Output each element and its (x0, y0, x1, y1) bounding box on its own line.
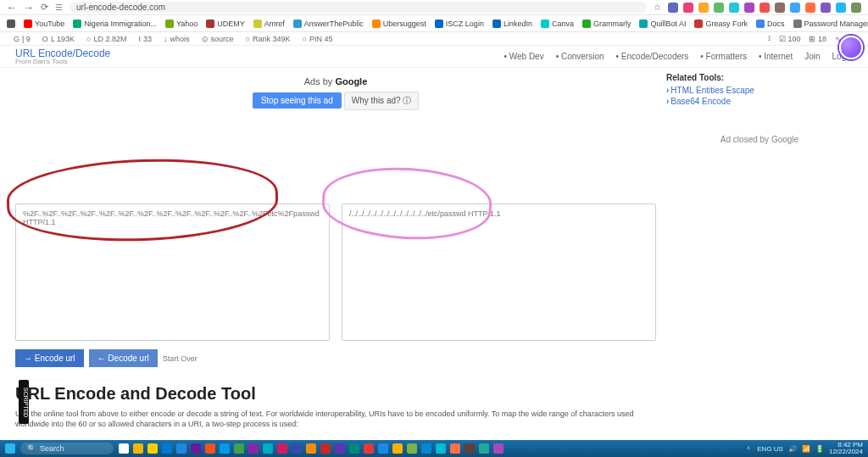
stat-item[interactable]: ⟟ (768, 34, 771, 43)
forward-button[interactable]: → (24, 2, 34, 14)
bookmark-item[interactable]: Amref (253, 20, 285, 28)
sidebar: Related Tools: › HTML Entities Escape› B… (666, 73, 853, 429)
nav-link[interactable]: • Encode/Decoders (616, 52, 689, 61)
stat-item[interactable]: ○PIN 45 (303, 35, 333, 43)
related-tool-link[interactable]: › HTML Entities Escape (666, 86, 853, 95)
taskbar-app-icon[interactable] (248, 443, 259, 454)
nav-link[interactable]: Join (804, 52, 820, 61)
taskbar-app-icon[interactable] (176, 443, 186, 454)
nav-link[interactable]: • Internet (759, 52, 793, 61)
stat-item[interactable]: ⊞ 18 (809, 34, 826, 43)
taskbar-app-icon[interactable] (292, 443, 302, 454)
extension-icon[interactable] (683, 3, 693, 13)
bookmark-star-icon[interactable]: ☆ (654, 3, 661, 12)
taskbar-app-icon[interactable] (162, 443, 172, 454)
bookmark-item[interactable]: Canva (541, 20, 574, 28)
stat-item[interactable]: I33 (139, 35, 153, 43)
bookmark-item[interactable]: AnswerThePublic (293, 20, 364, 28)
extension-icon[interactable] (698, 3, 709, 13)
taskbar-app-icon[interactable] (349, 443, 359, 454)
screencast-tab[interactable]: SCRIPTED (19, 380, 29, 424)
bookmark-item[interactable]: ISCZ Login (435, 20, 484, 28)
bookmarks-bar: YouTubeNigeria Immigration...YahooUDEMYA… (0, 15, 868, 32)
stat-item[interactable]: ⊙source (202, 35, 234, 43)
taskbar-app-icon[interactable] (320, 443, 331, 454)
related-tool-link[interactable]: › Base64 Encode (666, 97, 853, 106)
extension-icon[interactable] (821, 3, 831, 13)
extension-icon[interactable] (775, 3, 785, 13)
taskbar-tray[interactable]: ＾ ENG US 🔊📶🔋 8:42 PM12/22/2024 (745, 442, 863, 455)
bookmark-item[interactable]: Ubersuggest (372, 20, 426, 28)
stat-item[interactable]: OL 193K (42, 35, 75, 43)
taskbar-app-icon[interactable] (277, 443, 287, 454)
encode-button[interactable]: → Encode url (15, 349, 84, 367)
taskbar-app-icon[interactable] (335, 443, 345, 454)
extension-icon[interactable] (836, 3, 846, 13)
extension-icon[interactable] (668, 3, 678, 13)
stop-ad-button[interactable]: Stop seeing this ad (253, 92, 342, 109)
nav-link[interactable]: • Formatters (700, 52, 747, 61)
extension-icon[interactable] (851, 3, 861, 13)
taskbar-app-icon[interactable] (493, 443, 504, 454)
encode-input[interactable] (15, 203, 330, 341)
extension-icon[interactable] (760, 3, 770, 13)
bookmark-item[interactable]: Docs (756, 20, 785, 28)
extensions-row (668, 3, 861, 13)
taskbar-app-icon[interactable] (119, 443, 129, 454)
bookmark-item[interactable]: Yahoo (165, 20, 198, 28)
extension-icon[interactable] (714, 3, 724, 13)
decode-button[interactable]: ← Decode url (89, 349, 158, 367)
bookmark-item[interactable]: Nigeria Immigration... (73, 20, 157, 28)
taskbar-app-icon[interactable] (234, 443, 244, 454)
start-over-link[interactable]: Start Over (163, 354, 198, 363)
page-heading: URL Encode and Decode Tool (15, 384, 656, 404)
nav-link[interactable]: • Web Dev (504, 52, 543, 61)
extension-icon[interactable] (790, 3, 800, 13)
taskbar-app-icon[interactable] (450, 443, 460, 454)
taskbar-app-icon[interactable] (378, 443, 388, 454)
bookmark-item[interactable]: YouTube (24, 20, 64, 28)
back-button[interactable]: ← (7, 2, 17, 14)
brand-title[interactable]: URL Encode/Decode (15, 48, 110, 59)
extension-icon[interactable] (805, 3, 815, 13)
address-bar[interactable]: url-encode-decode.com (70, 2, 647, 13)
stat-item[interactable]: ○Rank 349K (246, 35, 291, 43)
bookmark-item[interactable] (7, 20, 15, 28)
taskbar-app-icon[interactable] (421, 443, 431, 454)
reload-button[interactable]: ⟳ (41, 2, 48, 13)
taskbar-app-icon[interactable] (364, 443, 374, 454)
stat-item[interactable]: ○LD 2.82M (86, 35, 126, 43)
taskbar-app-icon[interactable] (479, 443, 489, 454)
taskbar-search[interactable]: 🔍 Search (20, 443, 114, 454)
stat-item[interactable]: ↓whois (164, 35, 190, 43)
bookmark-item[interactable]: Password Manager (793, 20, 869, 28)
start-button[interactable] (5, 443, 15, 454)
taskbar-app-icon[interactable] (220, 443, 230, 454)
taskbar-app-icon[interactable] (191, 443, 201, 454)
stat-item[interactable]: ☑ 100 (779, 34, 801, 43)
decode-output[interactable] (342, 203, 656, 341)
ad-box: Ads by Google Stop seeing this ad Why th… (15, 76, 656, 110)
taskbar-app-icon[interactable] (205, 443, 215, 454)
taskbar-app-icon[interactable] (436, 443, 446, 454)
windows-taskbar: 🔍 Search ＾ ENG US 🔊📶🔋 8:42 PM12/22/2024 (0, 440, 868, 457)
profile-avatar[interactable] (839, 36, 863, 59)
taskbar-app-icon[interactable] (133, 443, 143, 454)
main-column: Ads by Google Stop seeing this ad Why th… (15, 73, 656, 429)
why-ad-button[interactable]: Why this ad? ⓘ (344, 92, 420, 110)
bookmark-item[interactable]: Grammarly (582, 20, 632, 28)
bookmark-item[interactable]: UDEMY (206, 20, 245, 28)
taskbar-app-icon[interactable] (407, 443, 417, 454)
extension-icon[interactable] (729, 3, 739, 13)
nav-link[interactable]: • Conversion (556, 52, 604, 61)
extension-icon[interactable] (744, 3, 754, 13)
bookmark-item[interactable]: Greasy Fork (694, 20, 748, 28)
stat-item[interactable]: G| 9 (14, 35, 31, 43)
bookmark-item[interactable]: LinkedIn (492, 20, 532, 28)
taskbar-app-icon[interactable] (263, 443, 273, 454)
bookmark-item[interactable]: QuillBot AI (639, 20, 686, 28)
taskbar-app-icon[interactable] (392, 443, 403, 454)
taskbar-app-icon[interactable] (465, 443, 475, 454)
taskbar-app-icon[interactable] (306, 443, 316, 454)
taskbar-app-icon[interactable] (147, 443, 158, 454)
